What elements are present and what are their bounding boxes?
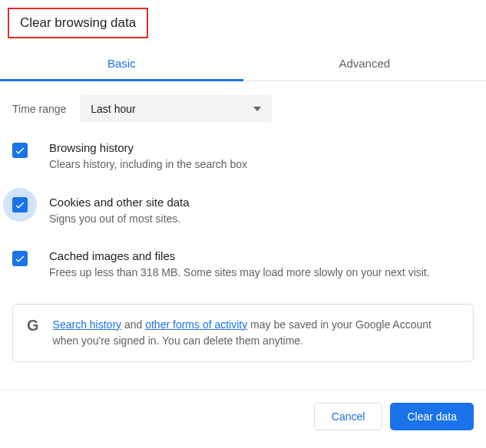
google-icon: G (27, 317, 39, 334)
option-desc: Clears history, including in the search … (49, 157, 247, 173)
content: Time range Last hour Browsing history Cl… (0, 81, 486, 362)
info-box: G Search history and other forms of acti… (12, 304, 474, 362)
checkbox-browsing-history[interactable] (12, 143, 28, 158)
info-text: Search history and other forms of activi… (53, 317, 459, 349)
check-icon (14, 144, 26, 156)
chevron-down-icon (253, 107, 261, 111)
option-title: Cached images and files (49, 249, 430, 262)
other-activity-link[interactable]: other forms of activity (145, 318, 247, 331)
time-range-label: Time range (12, 103, 66, 115)
option-cache: Cached images and files Frees up less th… (12, 249, 474, 281)
option-title: Cookies and other site data (49, 196, 190, 209)
check-icon (14, 252, 26, 265)
tab-basic[interactable]: Basic (0, 46, 243, 81)
option-desc: Signs you out of most sites. (49, 212, 190, 227)
tab-advanced[interactable]: Advanced (243, 46, 487, 81)
search-history-link[interactable]: Search history (53, 318, 121, 331)
time-range-value: Last hour (91, 103, 135, 115)
option-title: Browsing history (49, 141, 247, 154)
option-cookies: Cookies and other site data Signs you ou… (12, 196, 474, 227)
info-text-part: and (121, 318, 145, 331)
time-range-row: Time range Last hour (12, 95, 474, 123)
time-range-select[interactable]: Last hour (80, 95, 272, 123)
check-icon (14, 199, 26, 211)
tabs: Basic Advanced (0, 46, 486, 81)
option-browsing-history: Browsing history Clears history, includi… (12, 141, 474, 173)
dialog-title: Clear browsing data (8, 8, 148, 38)
dialog-footer: Cancel Clear data (0, 390, 486, 443)
cancel-button[interactable]: Cancel (314, 403, 383, 430)
checkbox-cookies[interactable] (12, 197, 28, 212)
option-desc: Frees up less than 318 MB. Some sites ma… (49, 265, 430, 281)
clear-data-button[interactable]: Clear data (390, 403, 474, 430)
checkbox-cache[interactable] (12, 251, 28, 266)
